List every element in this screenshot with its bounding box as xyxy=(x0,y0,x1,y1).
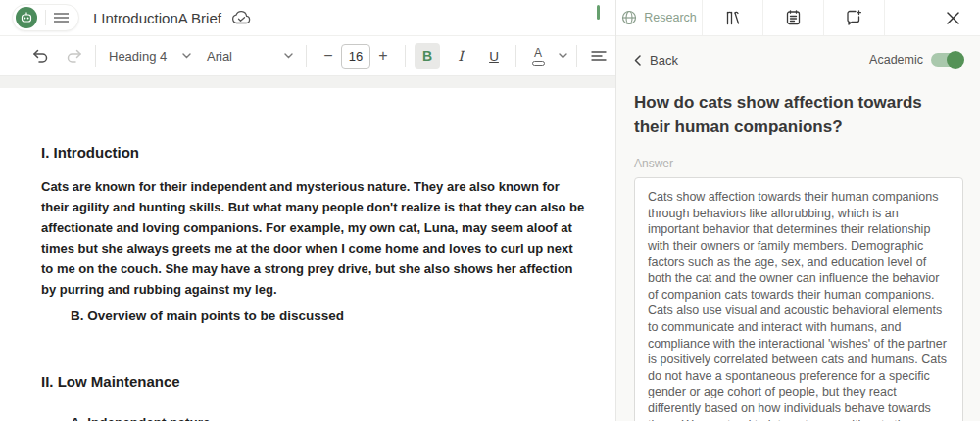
font-size-decrease-button[interactable]: − xyxy=(316,43,341,69)
header: I IntroductionA Brief xyxy=(0,0,615,36)
doc-paragraph: Cats are known for their independent and… xyxy=(41,176,588,300)
font-family-value: Arial xyxy=(207,49,232,64)
underline-button[interactable]: U xyxy=(481,43,507,69)
chevron-down-icon xyxy=(284,53,293,59)
research-panel: Research xyxy=(615,0,980,421)
answer-textarea[interactable]: Cats show affection towards their human … xyxy=(634,177,963,421)
undo-button[interactable] xyxy=(27,43,53,69)
bold-button[interactable]: B xyxy=(415,43,440,69)
font-size-increase-button[interactable]: + xyxy=(370,43,396,69)
tab-library[interactable] xyxy=(703,0,763,35)
back-button[interactable]: Back xyxy=(634,53,678,68)
academic-toggle[interactable] xyxy=(931,53,962,67)
font-family-dropdown[interactable]: Arial xyxy=(203,43,297,69)
close-panel-button[interactable] xyxy=(925,0,980,35)
books-icon xyxy=(725,11,741,25)
doc-subheading-overview: B. Overview of main points to be discuss… xyxy=(71,308,588,323)
notepad-icon xyxy=(786,10,801,25)
align-button[interactable] xyxy=(586,43,612,69)
chevron-left-icon xyxy=(634,55,641,66)
document-title[interactable]: I IntroductionA Brief xyxy=(93,10,221,26)
chevron-down-icon xyxy=(182,53,191,59)
chevron-down-icon[interactable] xyxy=(559,53,567,59)
hamburger-menu-icon[interactable] xyxy=(54,12,69,23)
toggle-knob xyxy=(947,51,964,69)
tab-research[interactable]: Research xyxy=(616,0,703,35)
tab-new-chat[interactable] xyxy=(824,0,885,35)
logo-menu-pill xyxy=(12,4,79,31)
text-color-button[interactable]: A xyxy=(525,43,551,69)
paragraph-style-dropdown[interactable]: Heading 4 xyxy=(105,43,195,69)
page-margin-strip xyxy=(0,76,615,88)
paragraph-style-value: Heading 4 xyxy=(109,49,167,64)
app-logo-icon[interactable] xyxy=(16,7,37,28)
research-question: How do cats show affection towards their… xyxy=(634,91,928,139)
panel-tab-bar: Research xyxy=(616,0,980,36)
answer-label: Answer xyxy=(634,157,962,170)
pill-divider xyxy=(45,10,46,25)
app-window: I IntroductionA Brief Heading 4 xyxy=(0,0,980,421)
text-color-label: A xyxy=(534,47,542,59)
doc-heading-introduction: I. Introduction xyxy=(41,144,588,161)
close-icon xyxy=(946,11,960,25)
doc-subheading-independent: A. Independent nature xyxy=(71,415,588,421)
panel-header-row: Back Academic xyxy=(634,40,962,79)
tab-notes[interactable] xyxy=(763,0,824,35)
back-label: Back xyxy=(650,53,678,68)
text-cursor xyxy=(597,5,600,20)
chat-add-icon xyxy=(846,10,862,25)
tab-research-label: Research xyxy=(644,11,697,24)
panel-content: Back Academic How do cats show affection… xyxy=(616,40,980,421)
academic-control: Academic xyxy=(869,53,962,67)
text-color-bar-icon xyxy=(532,61,545,66)
font-size-input[interactable]: 16 xyxy=(341,44,370,69)
academic-label: Academic xyxy=(869,53,923,67)
italic-button[interactable]: I xyxy=(448,43,473,69)
document-body: I. Introduction Cats are known for their… xyxy=(0,88,588,421)
cloud-saved-icon xyxy=(231,10,252,25)
doc-heading-low-maintenance: II. Low Maintenance xyxy=(41,373,588,390)
document-page[interactable]: I. Introduction Cats are known for their… xyxy=(0,88,615,421)
redo-button[interactable] xyxy=(61,43,86,69)
